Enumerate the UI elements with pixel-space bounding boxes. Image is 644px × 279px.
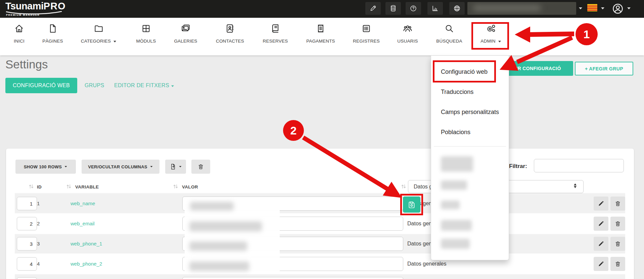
order-input[interactable] [17,277,37,279]
redacted-value [189,262,249,271]
highlight-box-configuracio-web [433,60,496,82]
toggle-columns-button[interactable]: VER/OCULTAR COLUMNAS [82,160,159,174]
table-row: 3 web_phone_1 Datos generales [15,234,625,254]
nav-item-registres[interactable]: REGISTRES [344,18,388,55]
sort-icon[interactable] [28,183,34,189]
variable-link[interactable]: web_email [71,214,95,233]
sort-icon[interactable] [401,183,407,189]
variable-link[interactable]: web_phone_2 [71,254,102,274]
nav-label: MÒDULS [124,39,168,44]
table-row: 4 web_phone_2 Datos generales [15,254,625,274]
nav-label: REGISTRES [344,39,388,44]
menu-item-poblacions[interactable]: Poblacions [431,123,509,142]
help-button[interactable] [406,2,421,15]
menu-divider [434,146,506,147]
nav-item-moduls[interactable]: MÒDULS [124,18,168,55]
delete-row-button[interactable] [610,257,625,271]
column-header-valor[interactable]: VALOR [182,184,198,189]
delete-row-button[interactable] [610,217,625,231]
nav-item-pagaments[interactable]: PAGAMENTS [299,18,342,55]
admin-dropdown-menu: Configuració web Traduccions Camps perso… [431,56,509,260]
highlight-box-save-button [400,194,423,215]
nav-item-contactes[interactable]: CONTACTES [208,18,252,55]
step-badge-2: 2 [283,120,304,141]
tab-editor-de-fitxers[interactable]: EDITOR DE FITXERS [114,82,174,89]
table-row: 1 web_name Datos generales [15,194,625,213]
row-id: 2 [37,214,52,233]
redacted-menu-item[interactable] [441,220,472,231]
stats-button[interactable] [427,2,443,15]
variable-link[interactable]: web_name [71,194,95,213]
nav-item-reserves[interactable]: RESERVES [254,18,297,55]
nav-item-galeries[interactable]: GALERIES [164,18,208,55]
language-flag-icon[interactable] [587,4,598,12]
sort-icon[interactable] [173,183,179,189]
menu-item-camps-personalitzats[interactable]: Camps personalitzats [431,103,509,121]
menu-item-traduccions[interactable]: Traduccions [431,82,509,101]
account-button[interactable] [612,3,624,16]
globe-button[interactable] [449,2,465,15]
app-logo[interactable]: TsunamiPRO [5,1,65,11]
filter-input[interactable] [534,159,624,172]
order-input[interactable] [17,237,37,250]
column-header-variable[interactable]: VARIABLE [75,184,99,189]
chevron-down-icon [150,166,152,167]
chevron-down-icon[interactable] [579,7,582,9]
value-input[interactable] [182,277,403,279]
chevron-down-icon[interactable] [627,7,631,9]
nav-label: GALERIES [164,39,208,44]
gallery-icon [181,23,191,34]
delete-row-button[interactable] [610,197,625,211]
add-group-button[interactable]: + AFEGIR GRUP [575,62,633,75]
nav-item-pagines[interactable]: PÀGINES [31,18,75,55]
chevron-down-icon[interactable] [601,7,604,9]
main-nav: INICI PÀGINES CATEGORIES MÒDULS GALERIES… [0,18,644,55]
trash-icon [614,261,621,267]
column-header-id[interactable]: ID [37,184,42,189]
row-id: 4 [37,254,52,274]
order-input[interactable] [17,217,37,230]
grid-icon [141,23,151,34]
order-input[interactable] [17,197,37,210]
redaction-overlay [185,198,280,274]
nav-item-categories[interactable]: CATEGORIES [77,18,121,55]
receipt-icon [316,23,326,34]
order-input[interactable] [17,257,37,271]
redacted-menu-item[interactable] [441,156,473,172]
redacted-value [190,202,234,211]
nav-item-busqueda[interactable]: BÚSQUEDA [427,18,471,55]
redacted-menu-item[interactable] [441,201,460,209]
nav-item-usuaris[interactable]: USUARIS [386,18,429,55]
trash-icon [197,163,204,170]
redacted-menu-item[interactable] [441,239,470,249]
redacted-menu-item[interactable] [441,180,467,190]
chevron-down-icon [179,166,181,167]
delete-row-button[interactable] [610,237,625,251]
search-icon [444,23,454,34]
edit-row-button[interactable] [594,217,608,231]
logo-text: Tsunami [5,1,44,11]
logo-pro-text: PRO [44,1,66,11]
tab-configuracio-web[interactable]: CONFIGURACIÓ WEB [5,78,77,93]
page-title: Settings [5,58,48,71]
tab-grups[interactable]: GRUPS [85,82,104,89]
edit-row-button[interactable] [594,197,608,211]
row-id: 3 [37,234,52,254]
edit-row-button[interactable] [594,237,608,251]
edit-row-button[interactable] [594,257,608,271]
export-button[interactable] [165,160,186,174]
chevron-down-icon [113,41,116,43]
select-spinner-icon [574,183,577,188]
show-rows-button[interactable]: SHOW 100 ROWS [15,160,76,174]
variable-link[interactable]: web_phone_1 [71,234,102,254]
header-divider [15,193,625,193]
sort-icon[interactable] [66,183,72,189]
edit-mode-button[interactable] [365,2,381,15]
table-row [15,274,625,279]
export-icon [170,163,176,170]
nav-label: PÀGINES [31,39,75,44]
site-selector[interactable] [467,2,576,15]
delete-selected-button[interactable] [191,160,210,174]
list-icon [361,23,371,34]
database-button[interactable] [385,2,401,15]
